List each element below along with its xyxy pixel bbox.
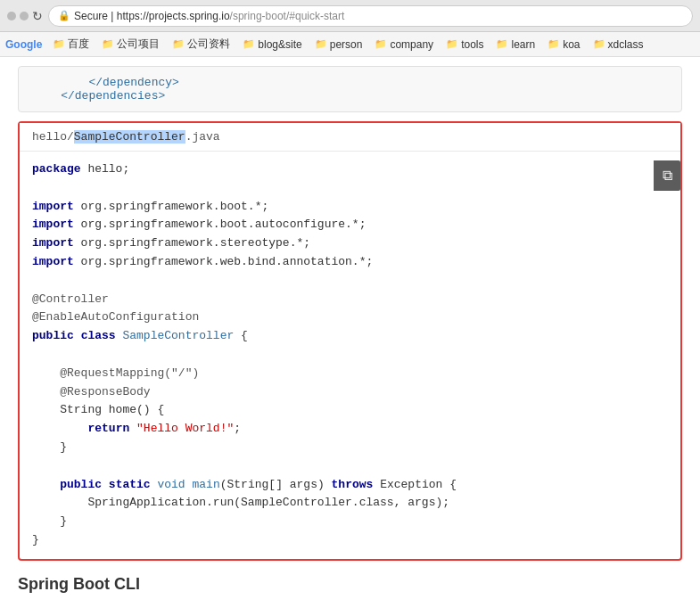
file-path-prefix: hello/ [32,130,74,144]
code-line: } [32,531,668,550]
code-line: import org.springframework.boot.autoconf… [32,216,668,234]
code-line: package hello; [32,160,668,179]
code-line [32,272,668,291]
code-line: SpringApplication.run(SampleController.c… [32,494,668,513]
folder-icon: 📁 [496,38,508,50]
bookmark-person[interactable]: 📁 person [309,37,368,53]
folder-icon: 📁 [446,38,458,50]
bookmark-label: person [330,38,363,51]
bookmark-label: koa [563,38,580,51]
copy-icon: ⧉ [663,168,672,184]
bookmark-company[interactable]: 📁 company [369,37,439,53]
code-line [32,457,668,476]
bookmark-tools[interactable]: 📁 tools [441,37,489,53]
page-content: </dependency> </dependencies> hello/Samp… [0,57,700,608]
bookmark-koa[interactable]: 📁 koa [542,37,585,53]
file-class-name: SampleController [74,130,185,144]
url-separator: | [108,10,117,22]
code-line [32,179,668,198]
section-title: Spring Boot CLI [0,568,700,601]
code-line: } [32,513,668,531]
code-line [32,346,668,365]
file-header: hello/SampleController.java [20,123,680,152]
code-line: import org.springframework.stereotype.*; [32,234,668,253]
bookmark-baidu[interactable]: 📁 百度 [47,35,95,53]
code-line: @RequestMapping("/") [32,365,668,383]
url-path: /spring-boot/#quick-start [230,10,345,22]
lock-icon: 🔒 [58,10,70,21]
url-domain-text: projects.spring.io [149,10,230,22]
folder-icon: 📁 [243,38,255,50]
bookmark-label: company [390,38,433,51]
bookmark-label: blog&site [258,38,301,51]
folder-icon: 📁 [102,38,114,50]
bookmark-google[interactable]: Google [5,38,42,51]
code-line: @ResponseBody [32,383,668,402]
code-line: import org.springframework.web.bind.anno… [32,253,668,272]
url-secure-label: Secure [74,10,108,22]
bookmark-learn[interactable]: 📁 learn [490,37,540,53]
reload-button[interactable]: ↻ [32,9,43,23]
code-line: @Controller [32,291,668,309]
browser-bar: ↻ 🔒 Secure | https://projects.spring.io/… [0,0,700,32]
code-line: </dependency> [33,76,667,89]
file-path-suffix: .java [185,130,220,144]
code-line: return "Hello World!"; [32,420,668,439]
bookmark-label: 公司资料 [187,37,230,52]
copy-button[interactable]: ⧉ [654,160,680,191]
bookmark-label: xdclass [608,38,644,51]
bookmarks-bar: Google 📁 百度 📁 公司项目 📁 公司资料 📁 blog&site 📁 … [0,32,700,57]
code-line: public class SampleController { [32,327,668,346]
code-body: package hello; import org.springframewor… [20,152,680,559]
url-domain: https:// [117,10,149,22]
code-line: public static void main(String[] args) t… [32,476,668,495]
bookmark-company-project[interactable]: 📁 公司项目 [96,35,165,53]
address-bar[interactable]: 🔒 Secure | https://projects.spring.io/sp… [48,5,693,27]
bookmark-blog-site[interactable]: 📁 blog&site [237,37,307,53]
folder-icon: 📁 [593,38,605,50]
code-line: String home() { [32,401,668,420]
top-code-block: </dependency> </dependencies> [18,66,682,112]
browser-controls: ↻ [7,9,43,23]
code-line: @EnableAutoConfiguration [32,308,668,327]
bookmark-label: 公司项目 [117,37,160,52]
bookmark-label: 百度 [68,37,89,52]
code-line: </dependencies> [33,89,667,103]
code-line: } [32,439,668,457]
bookmark-xdclass[interactable]: 📁 xdclass [588,37,649,53]
folder-icon: 📁 [548,38,560,50]
back-button[interactable] [7,12,16,21]
bookmark-company-data[interactable]: 📁 公司资料 [167,35,235,53]
folder-icon: 📁 [375,38,387,50]
main-code-block: hello/SampleController.java ⧉ package he… [18,121,682,561]
folder-icon: 📁 [172,38,185,50]
forward-button[interactable] [20,12,29,21]
bookmark-label: learn [511,38,535,51]
folder-icon: 📁 [53,38,65,50]
bookmark-label: tools [461,38,483,51]
folder-icon: 📁 [315,38,327,50]
code-line: import org.springframework.boot.*; [32,198,668,217]
